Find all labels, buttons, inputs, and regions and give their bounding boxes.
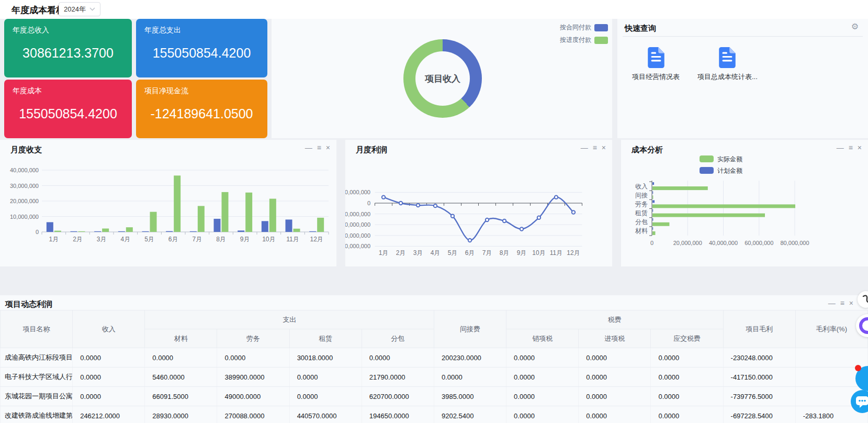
table-cell: 0.0000 xyxy=(506,387,579,406)
quick-query-item-report1[interactable]: 项目经营情况表 xyxy=(632,46,680,82)
menu-button[interactable]: ≡ xyxy=(593,143,597,152)
table-cell: 30018.0000 xyxy=(289,348,362,368)
table-cell: 0.0000 xyxy=(289,368,362,387)
kpi-value: 155050854.4200 xyxy=(13,96,123,131)
menu-button[interactable]: ≡ xyxy=(317,143,321,152)
col-header-payable-tax: 应交税费 xyxy=(651,329,723,348)
x-axis-label: 4月 xyxy=(120,236,130,243)
table-cell: -739776.5000 xyxy=(723,387,795,406)
year-selector[interactable]: 2024年 xyxy=(59,2,100,16)
bar-planned xyxy=(652,227,653,230)
category-label: 间接 xyxy=(635,192,648,199)
quick-query-item-report2[interactable]: 项目总成本统计表... xyxy=(697,46,758,82)
minimize-button[interactable]: — xyxy=(581,143,588,152)
minimize-button[interactable]: — xyxy=(305,143,312,152)
x-axis-label: 12月 xyxy=(310,236,323,243)
gear-icon[interactable]: ⚙ xyxy=(851,21,859,31)
table-cell: 0.0000 xyxy=(579,348,651,368)
minimize-button[interactable]: — xyxy=(828,299,836,307)
table-cell: 270088.0000 xyxy=(217,406,289,423)
x-axis-label: 5月 xyxy=(144,236,154,243)
table-row[interactable]: 改建铁路成渝线增建第246212.000028930.0000270088.00… xyxy=(1,406,868,423)
legend-swatch xyxy=(700,155,714,162)
menu-button[interactable]: ≡ xyxy=(849,143,853,152)
donut-center-label: 项目收入 xyxy=(425,73,460,85)
bar-expense xyxy=(174,175,181,232)
panel-monthly-cashflow: 月度收支 — ≡ × 40,000,00030,000,00020,000,00… xyxy=(0,140,336,266)
col-header-material: 材料 xyxy=(145,329,217,348)
bar-actual xyxy=(652,186,708,190)
close-button[interactable]: × xyxy=(326,143,330,152)
table-cell: 0.0000 xyxy=(579,387,651,406)
project-name-cell: 东城花园一期项目公寓 xyxy=(1,387,73,406)
table-cell: 0.0000 xyxy=(651,387,723,406)
x-axis-label: 12月 xyxy=(567,249,580,257)
document-icon xyxy=(647,46,666,68)
table-cell: 0.0000 xyxy=(651,368,723,387)
monthly-profit-chart[interactable]: 10,000,0000-10,000,000-20,000,000-30,000… xyxy=(345,158,612,266)
table-cell: 0.0000 xyxy=(651,406,723,423)
table-cell: 0.0000 xyxy=(506,368,579,387)
data-point xyxy=(555,195,558,198)
donut-legend: 按合同付款 按进度付款 xyxy=(560,23,608,44)
bar-expense xyxy=(150,212,157,232)
table-cell: 0.0000 xyxy=(651,348,723,368)
legend-item-contract[interactable]: 按合同付款 xyxy=(560,23,608,32)
x-axis-label: 3月 xyxy=(413,249,423,257)
bar-income xyxy=(94,231,101,232)
panel-title: 月度利润 xyxy=(356,145,387,155)
donut-chart[interactable]: 项目收入 xyxy=(403,39,482,118)
x-axis-label: 9月 xyxy=(240,236,250,243)
y-axis-label: 0 xyxy=(36,229,39,235)
quick-query-item-label: 项目经营情况表 xyxy=(632,72,680,82)
y-axis-label: -20,000,000 xyxy=(345,221,370,228)
bar-planned xyxy=(652,200,655,203)
kpi-label: 年度总支出 xyxy=(144,26,259,35)
category-label: 收入 xyxy=(635,183,648,190)
y-axis-label: 10,000,000 xyxy=(345,189,370,195)
y-axis-label: -40,000,000 xyxy=(345,243,370,249)
bar-planned xyxy=(652,182,654,185)
close-button[interactable]: × xyxy=(602,143,606,152)
table-row[interactable]: 成渝高铁内江标段项目0.00000.00000.000030018.00000.… xyxy=(1,348,868,368)
project-profit-table[interactable]: 项目名称 收入 支出 间接费 税费 项目毛利 毛利率(%) 材料 劳务 租赁 分… xyxy=(0,310,868,423)
col-header-indirect: 间接费 xyxy=(434,310,506,348)
bar-income xyxy=(190,231,197,232)
x-axis-label: 20,000,000 xyxy=(673,240,702,246)
data-point xyxy=(416,204,420,207)
close-button[interactable]: × xyxy=(849,299,853,307)
x-axis-label: 9月 xyxy=(517,249,527,257)
topbar: 年度成本看板 2024年 xyxy=(0,0,868,19)
table-cell: 5460.0000 xyxy=(145,368,217,387)
kpi-card-annual-income: 年度总收入 30861213.3700 xyxy=(4,19,132,77)
x-axis-label: 5月 xyxy=(448,249,458,257)
cost-analysis-chart[interactable]: 实际金额计划金额020,000,00040,000,00060,000,0008… xyxy=(621,153,868,266)
table-cell: 0.0000 xyxy=(73,368,145,387)
table-cell: 0.0000 xyxy=(434,368,506,387)
close-button[interactable]: × xyxy=(858,143,862,152)
table-row[interactable]: 电子科技大学区域人行0.00005460.0000389900.00000.00… xyxy=(1,368,868,387)
table-cell: 0.0000 xyxy=(506,406,579,423)
table-header: 项目名称 收入 支出 间接费 税费 项目毛利 毛利率(%) 材料 劳务 租赁 分… xyxy=(1,310,868,348)
monthly-cashflow-chart[interactable]: 40,000,00030,000,00020,000,00010,000,000… xyxy=(0,158,336,266)
category-label: 租赁 xyxy=(635,209,648,217)
table-cell: 246212.0000 xyxy=(73,406,145,423)
x-axis-label: 2月 xyxy=(73,236,83,243)
table-cell: 620700.0000 xyxy=(362,387,434,406)
x-axis-label: 8月 xyxy=(216,236,226,243)
x-axis-label: 0 xyxy=(650,240,653,246)
legend-item-progress[interactable]: 按进度付款 xyxy=(560,36,608,44)
project-name-cell: 改建铁路成渝线增建第 xyxy=(1,406,73,423)
bar-income xyxy=(47,222,53,232)
kpi-card-net-cashflow: 项目净现金流 -124189641.0500 xyxy=(136,80,267,138)
table-row[interactable]: 东城花园一期项目公寓0.000066091.500049000.00000.00… xyxy=(1,387,868,406)
legend-swatch xyxy=(700,167,714,174)
minimize-button[interactable]: — xyxy=(837,143,844,152)
legend-label: 计划金额 xyxy=(717,167,742,174)
x-axis-label: 10月 xyxy=(262,236,275,243)
category-label: 劳务 xyxy=(635,201,648,208)
menu-button[interactable]: ≡ xyxy=(840,299,844,307)
data-point xyxy=(537,216,540,219)
bar-income xyxy=(118,231,125,232)
x-axis-label: 1月 xyxy=(379,249,389,257)
